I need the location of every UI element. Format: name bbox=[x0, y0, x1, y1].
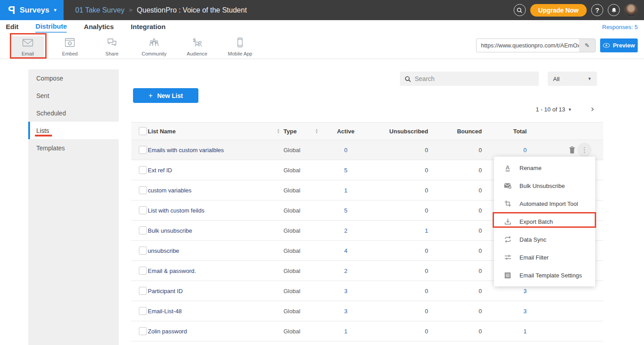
list-type: Global bbox=[283, 147, 312, 153]
sort-type-icon[interactable]: ▲▼ bbox=[312, 128, 321, 134]
next-page-chevron-icon[interactable]: › bbox=[591, 103, 594, 114]
unsubscribed-count: 0 bbox=[370, 247, 448, 254]
column-unsubscribed[interactable]: Unsubscribed bbox=[370, 128, 448, 135]
row-menu-kebab-icon[interactable]: ⋮ bbox=[577, 143, 592, 157]
preview-button[interactable]: Preview bbox=[600, 38, 638, 52]
menu-item-data-sync[interactable]: Data Sync bbox=[494, 230, 595, 248]
select-all-checkbox[interactable] bbox=[139, 127, 147, 135]
list-name-link[interactable]: Emails with custom varialbles bbox=[148, 147, 273, 153]
bounced-count: 0 bbox=[448, 328, 502, 335]
list-name-link[interactable]: Email & password. bbox=[148, 268, 273, 274]
active-count[interactable]: 5 bbox=[321, 167, 370, 174]
active-count[interactable]: 0 bbox=[321, 147, 370, 153]
row-checkbox[interactable] bbox=[139, 166, 147, 174]
top-header-bar: P Surveys ▼ 01 Take Survey > QuestionPro… bbox=[0, 0, 644, 20]
row-checkbox[interactable] bbox=[139, 307, 147, 315]
list-type: Global bbox=[283, 288, 312, 294]
row-checkbox[interactable] bbox=[139, 267, 147, 275]
row-checkbox[interactable] bbox=[139, 327, 147, 335]
column-bounced[interactable]: Bounced bbox=[448, 128, 502, 135]
list-filter-dropdown[interactable]: All ▼ bbox=[548, 72, 597, 86]
row-checkbox[interactable] bbox=[139, 206, 147, 214]
list-name-link[interactable]: unsubscribe bbox=[148, 247, 273, 254]
sidebar-item-scheduled[interactable]: Scheduled bbox=[28, 104, 119, 122]
search-icon[interactable] bbox=[514, 4, 526, 16]
active-count[interactable]: 2 bbox=[321, 227, 370, 234]
row-checkbox[interactable] bbox=[139, 226, 147, 234]
row-checkbox[interactable] bbox=[139, 247, 147, 255]
menu-item-bulk-unsubscribe[interactable]: Bulk Unsubscribe bbox=[494, 177, 595, 195]
new-list-button[interactable]: + New List bbox=[133, 88, 198, 103]
active-count[interactable]: 3 bbox=[321, 308, 370, 315]
breadcrumb-page-title: QuestionPro : Voice of the Student bbox=[137, 6, 247, 14]
sidebar-item-lists[interactable]: Lists bbox=[28, 122, 119, 139]
sidebar-item-sent[interactable]: Sent bbox=[28, 87, 119, 104]
automated-import-icon bbox=[504, 200, 511, 207]
active-count[interactable]: 1 bbox=[321, 187, 370, 194]
column-active[interactable]: Active bbox=[321, 128, 370, 135]
list-name-link[interactable]: Ext ref ID bbox=[148, 167, 273, 174]
tab-analytics[interactable]: Analytics bbox=[84, 23, 114, 32]
list-type: Global bbox=[283, 167, 312, 174]
row-checkbox[interactable] bbox=[139, 186, 147, 194]
list-type: Global bbox=[283, 227, 312, 234]
row-checkbox[interactable] bbox=[139, 146, 147, 154]
list-name-link[interactable]: Bulk unsubscribe bbox=[148, 227, 273, 234]
user-avatar[interactable] bbox=[624, 4, 638, 17]
surveys-product-menu[interactable]: P Surveys ▼ bbox=[0, 0, 64, 20]
export-batch-icon bbox=[504, 218, 511, 225]
list-name-link[interactable]: Zolin password bbox=[148, 328, 273, 335]
upgrade-now-button[interactable]: Upgrade Now bbox=[530, 4, 587, 17]
menu-item-automated-import-tool[interactable]: Automated Import Tool bbox=[494, 195, 595, 213]
survey-url-text[interactable]: https://www.questionpro.com/t/AEmOxz bbox=[477, 39, 579, 52]
help-icon[interactable]: ? bbox=[591, 4, 603, 16]
list-search-input[interactable]: Search bbox=[400, 72, 539, 86]
list-name-link[interactable]: List with custom feilds bbox=[148, 207, 273, 214]
delete-list-icon[interactable] bbox=[569, 146, 575, 154]
responses-count[interactable]: Responses: 5 bbox=[602, 24, 638, 30]
toolbar-item-audience[interactable]: $ Audience bbox=[181, 36, 213, 58]
unsubscribed-count: 0 bbox=[370, 328, 448, 335]
column-type[interactable]: Type bbox=[283, 128, 312, 135]
survey-url-field[interactable]: https://www.questionpro.com/t/AEmOxz ✎ bbox=[476, 38, 596, 52]
sort-list-name-icon[interactable]: ▲▼ bbox=[273, 128, 283, 134]
notifications-bell-icon[interactable] bbox=[608, 4, 620, 16]
toolbar-item-community[interactable]: Community bbox=[138, 36, 170, 58]
email-filter-icon bbox=[504, 254, 511, 261]
unsubscribed-count: 0 bbox=[370, 207, 448, 214]
tab-integration[interactable]: Integration bbox=[131, 23, 166, 32]
bulk-unsubscribe-icon bbox=[504, 183, 511, 189]
column-total[interactable]: Total bbox=[502, 128, 547, 135]
menu-item-export-batch[interactable]: Export Batch bbox=[494, 213, 595, 230]
sidebar-item-templates[interactable]: Templates bbox=[28, 139, 119, 157]
edit-url-pencil-icon[interactable]: ✎ bbox=[579, 39, 595, 52]
breadcrumb-separator-icon: > bbox=[129, 7, 133, 13]
table-row[interactable]: Email-List-48 Global 3 0 0 3 bbox=[131, 301, 603, 321]
breadcrumb-survey-link[interactable]: 01 Take Survey bbox=[75, 6, 125, 14]
active-count[interactable]: 4 bbox=[321, 247, 370, 254]
tab-distribute[interactable]: Distribute bbox=[35, 22, 67, 33]
list-name-link[interactable]: custom variables bbox=[148, 187, 273, 194]
toolbar-item-embed[interactable]: Embed bbox=[54, 36, 86, 58]
column-list-name[interactable]: List Name bbox=[148, 128, 273, 135]
active-count[interactable]: 1 bbox=[321, 328, 370, 335]
distribute-toolbar: Email Embed Share Community $ Audience M… bbox=[0, 34, 644, 59]
menu-item-rename[interactable]: A Rename bbox=[494, 159, 595, 177]
toolbar-item-share[interactable]: Share bbox=[96, 36, 128, 58]
sidebar-item-compose[interactable]: Compose bbox=[28, 69, 119, 87]
menu-item-email-template-settings[interactable]: Email Template Settings bbox=[494, 266, 595, 284]
mobile-app-icon bbox=[236, 38, 244, 49]
menu-item-email-filter[interactable]: Email Filter bbox=[494, 248, 595, 266]
toolbar-item-mobile-app[interactable]: Mobile App bbox=[224, 36, 256, 58]
header-actions: Upgrade Now ? bbox=[514, 0, 638, 20]
list-name-link[interactable]: Participant ID bbox=[148, 288, 273, 294]
toolbar-item-email[interactable]: Email bbox=[12, 36, 44, 58]
active-count[interactable]: 2 bbox=[321, 268, 370, 274]
table-row[interactable]: Zolin password Global 1 0 0 1 bbox=[131, 321, 603, 341]
pagination-dropdown[interactable]: 1 - 10 of 13 ▼ bbox=[536, 106, 572, 113]
active-count[interactable]: 5 bbox=[321, 207, 370, 214]
row-checkbox[interactable] bbox=[139, 287, 147, 295]
active-count[interactable]: 3 bbox=[321, 288, 370, 294]
tab-edit[interactable]: Edit bbox=[6, 23, 18, 32]
list-name-link[interactable]: Email-List-48 bbox=[148, 308, 273, 315]
